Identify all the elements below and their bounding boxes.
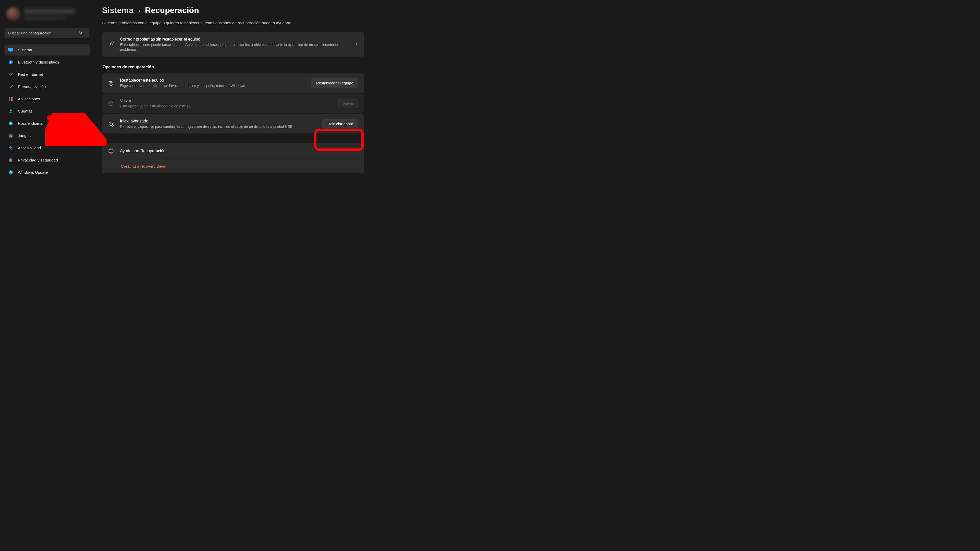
reset-pc-button[interactable]: Restablecer el equipo: [311, 78, 358, 88]
profile-text: [24, 9, 75, 20]
card-desc: Esta opción ya no está disponible en est…: [120, 104, 332, 109]
card-reset-pc: Restablecer este equipo Elige conservar …: [102, 73, 364, 93]
restart-now-button[interactable]: Reiniciar ahora: [322, 119, 358, 129]
sidebar-item-privacy[interactable]: Privacidad y seguridad: [5, 155, 90, 166]
help-link-recovery-drive[interactable]: Creating a recovery drive: [102, 159, 364, 173]
sidebar-item-gaming[interactable]: Juegos: [5, 130, 90, 141]
clock-globe-icon: [8, 121, 13, 126]
page-title: Recuperación: [145, 6, 199, 15]
svg-line-1: [81, 33, 82, 34]
globe-icon: [108, 148, 115, 154]
search-icon: [79, 31, 83, 36]
bluetooth-icon: [8, 60, 13, 65]
card-desc: El restablecimiento puede tardar un rato…: [120, 42, 349, 52]
sidebar-item-label: Accesibilidad: [18, 146, 41, 150]
svg-point-5: [10, 75, 11, 76]
svg-point-0: [80, 31, 82, 33]
shield-icon: [8, 158, 13, 163]
svg-point-13: [10, 146, 11, 147]
sidebar-item-apps[interactable]: Aplicaciones: [5, 94, 90, 105]
card-desc: Reinicia el dispositivo para cambiar la …: [120, 124, 317, 129]
card-advanced-startup: Inicio avanzado Reinicia el dispositivo …: [102, 114, 364, 134]
sidebar-item-label: Aplicaciones: [18, 97, 40, 101]
search-input[interactable]: [5, 28, 89, 38]
xbox-icon: [8, 133, 13, 138]
sidebar-item-label: Bluetooth y dispositivos: [18, 60, 59, 65]
sidebar-item-label: Red e Internet: [18, 72, 43, 77]
search-box[interactable]: [5, 28, 90, 38]
sidebar-item-accounts[interactable]: Cuentas: [5, 106, 90, 117]
chevron-right-icon: [355, 42, 358, 47]
sidebar-item-accessibility[interactable]: Accesibilidad: [5, 142, 90, 154]
sidebar-item-sistema[interactable]: Sistema: [5, 44, 90, 56]
history-icon: [108, 100, 115, 107]
svg-point-10: [10, 110, 12, 111]
svg-rect-3: [10, 52, 12, 52]
paintbrush-icon: [8, 84, 13, 89]
wrench-icon: [108, 41, 115, 48]
svg-point-14: [9, 170, 13, 175]
avatar: [6, 7, 21, 21]
apps-icon: [8, 97, 13, 102]
display-icon: [8, 48, 13, 52]
sidebar-item-label: Cuentas: [18, 109, 33, 114]
sidebar-item-label: Juegos: [18, 133, 30, 138]
card-title: Volver: [120, 98, 332, 103]
breadcrumb-prev[interactable]: Sistema: [102, 6, 134, 15]
card-help[interactable]: Ayuda con Recuperación: [102, 143, 364, 159]
sidebar-item-update[interactable]: Windows Update: [5, 167, 90, 178]
svg-rect-2: [8, 48, 13, 51]
svg-rect-6: [9, 97, 11, 99]
svg-rect-8: [9, 100, 11, 101]
go-back-button: Volver: [337, 99, 358, 108]
card-troubleshoot[interactable]: Corregir problemas sin restablecer el eq…: [102, 32, 364, 57]
wifi-icon: [8, 72, 13, 77]
card-desc: Elige conservar o quitar tus archivos pe…: [120, 83, 305, 88]
reset-pc-icon: [108, 80, 115, 86]
breadcrumb: Sistema › Recuperación: [102, 6, 364, 15]
card-go-back: Volver Esta opción ya no está disponible…: [102, 94, 364, 113]
sidebar-item-label: Hora e idioma: [18, 121, 43, 126]
chevron-up-icon: [355, 149, 358, 153]
person-icon: [8, 109, 13, 114]
sidebar-item-label: Windows Update: [18, 170, 48, 175]
chevron-right-icon: ›: [138, 6, 140, 15]
sidebar-item-bluetooth[interactable]: Bluetooth y dispositivos: [5, 57, 90, 68]
card-title: Restablecer este equipo: [120, 78, 305, 83]
svg-rect-7: [11, 97, 13, 99]
svg-point-17: [112, 124, 114, 126]
card-title: Corregir problemas sin restablecer el eq…: [120, 37, 349, 41]
card-title: Ayuda con Recuperación: [120, 149, 349, 153]
svg-rect-15: [110, 83, 112, 84]
sidebar-item-time-language[interactable]: Hora e idioma: [5, 118, 90, 129]
page-subtitle: Si tienes problemas con el equipo o quie…: [102, 21, 364, 25]
sidebar-item-label: Sistema: [18, 48, 32, 52]
svg-point-4: [9, 60, 13, 65]
sidebar-item-label: Privacidad y seguridad: [18, 158, 58, 162]
update-icon: [8, 170, 13, 175]
power-gear-icon: [108, 121, 115, 127]
sidebar-item-network[interactable]: Red e Internet: [5, 69, 90, 80]
svg-rect-9: [11, 100, 13, 101]
sidebar-item-label: Personalización: [18, 84, 46, 89]
accessibility-icon: [8, 145, 13, 151]
svg-point-12: [9, 134, 13, 138]
section-title: Opciones de recuperación: [103, 65, 364, 69]
sidebar-item-personalization[interactable]: Personalización: [5, 81, 90, 92]
card-title: Inicio avanzado: [120, 119, 317, 124]
user-profile[interactable]: [5, 5, 90, 27]
